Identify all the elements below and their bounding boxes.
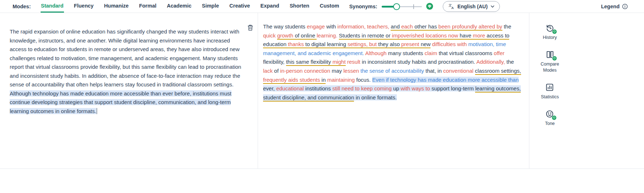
translate-icon: 文 A: [448, 3, 455, 10]
paraphrase-word-segment[interactable]: information, teachers,: [337, 23, 389, 30]
paraphrase-word-segment[interactable]: and: [391, 23, 401, 31]
paraphrase-word-segment[interactable]: that, in: [424, 68, 443, 74]
sidebar-item-label: Tone: [545, 121, 555, 126]
paraphrase-word-segment[interactable]: lessen: [344, 68, 359, 74]
paraphrase-word-segment[interactable]: the: [502, 23, 511, 30]
paraphrase-word-segment[interactable]: ever,: [263, 85, 276, 91]
mode-tab-fluency[interactable]: Fluency: [74, 0, 94, 13]
paraphrase-word-segment[interactable]: of: [273, 68, 280, 74]
premium-gem-icon: [552, 56, 557, 61]
mode-tab-formal[interactable]: Formal: [139, 0, 157, 13]
output-panel: The way students engage with information…: [258, 13, 529, 169]
paraphrase-word-segment[interactable]: to digital learning: [304, 41, 348, 48]
info-icon[interactable]: [622, 4, 628, 9]
paraphrase-word-segment[interactable]: The way students: [263, 23, 307, 30]
paraphrase-word-segment[interactable]: Even if technology has made education mo…: [372, 77, 519, 83]
paraphrase-word-segment[interactable]: maintaining: [327, 77, 355, 83]
mode-tab-academic[interactable]: Academic: [166, 0, 192, 13]
paraphrase-word-segment[interactable]: settings, but: [348, 41, 377, 48]
legend-control[interactable]: Legend: [601, 4, 628, 9]
right-rail: History Compare Modes: [529, 13, 644, 169]
paraphrase-word-segment[interactable]: conventional: [443, 68, 473, 74]
premium-gem-icon: [426, 3, 433, 10]
paraphrase-word-segment[interactable]: present: [401, 41, 419, 48]
paraphrase-word-segment[interactable]: Additionally,: [476, 59, 505, 65]
sidebar-item-compare-modes[interactable]: Compare Modes: [534, 50, 565, 73]
legend-label: Legend: [601, 4, 620, 9]
sidebar-item-history[interactable]: History: [543, 23, 557, 40]
mode-tab-simple[interactable]: Simple: [202, 0, 220, 13]
mode-tab-humanize[interactable]: Humanize: [104, 0, 129, 13]
text-cursor: [97, 108, 97, 114]
modes-nav: StandardFluencyHumanizeFormalAcademicSim…: [41, 0, 340, 13]
paraphrase-word-segment[interactable]: [473, 68, 475, 74]
paraphrase-word-segment[interactable]: impoverished locations now: [392, 32, 458, 40]
synonyms-label: Synonyms:: [349, 4, 377, 9]
paraphrase-word-segment[interactable]: engage: [307, 23, 325, 30]
paraphrase-word-segment[interactable]: with ways to: [401, 85, 430, 91]
paraphrase-word-segment[interactable]: growth: [277, 32, 293, 40]
paraphrase-word-segment[interactable]: classroom settings,: [475, 68, 521, 75]
paraphrase-word-segment[interactable]: new: [419, 41, 431, 48]
paraphrase-word-segment[interactable]: many students: [387, 50, 425, 56]
sidebar-item-label: History: [543, 35, 557, 40]
svg-text:A: A: [451, 6, 454, 10]
paraphrase-word-segment[interactable]: support long-term: [430, 85, 475, 91]
paraphrase-word-segment[interactable]: more: [473, 32, 485, 40]
paraphrase-word-segment[interactable]: been profoundly altered by: [438, 23, 502, 31]
paraphrase-word-segment[interactable]: other has: [413, 23, 438, 31]
paraphrase-word-segment[interactable]: with: [325, 23, 337, 30]
paraphrase-word-segment[interactable]: in online formats.: [354, 94, 396, 100]
toolbar: Modes: StandardFluencyHumanizeFormalAcad…: [0, 0, 644, 13]
paraphrase-word-segment[interactable]: that virtual classrooms: [437, 50, 494, 56]
paraphrase-word-segment[interactable]: institutions: [304, 85, 332, 91]
paraphrase-word-segment[interactable]: educational: [276, 85, 304, 91]
mode-tab-standard[interactable]: Standard: [41, 0, 64, 13]
clear-input-button[interactable]: [247, 24, 254, 32]
paraphrase-word-segment[interactable]: flexibility,: [263, 59, 286, 65]
language-selector[interactable]: 文 A English (AU): [443, 1, 500, 12]
paraphrase-word-segment[interactable]: the sense of accountability: [360, 68, 424, 74]
mode-tab-shorten[interactable]: Shorten: [289, 0, 310, 13]
paraphrase-word-segment[interactable]: this same flexibility: [286, 59, 332, 66]
synonyms-slider[interactable]: [382, 3, 422, 10]
paraphrase-word-segment[interactable]: frequently aids students: [263, 77, 320, 84]
paraphrase-word-segment[interactable]: still need to keep coming: [332, 85, 392, 91]
paraphrase-word-segment[interactable]: may: [330, 68, 344, 74]
paraphrase-word-segment[interactable]: offer: [494, 50, 505, 56]
premium-gem-icon: [552, 29, 557, 34]
paraphrase-word-segment[interactable]: quick: [263, 32, 277, 39]
mode-tab-creative[interactable]: Creative: [229, 0, 250, 13]
paraphrase-word-segment[interactable]: they also: [377, 41, 401, 48]
modes-label: Modes:: [13, 4, 31, 9]
paraphrase-word-segment[interactable]: up: [392, 85, 401, 91]
paraphrase-word-segment[interactable]: in inconsistent study habits and procras…: [360, 59, 477, 65]
paraphrase-word-segment[interactable]: lack: [263, 68, 273, 74]
paraphrase-word-segment[interactable]: result: [346, 59, 360, 65]
paraphrase-word-segment[interactable]: thanks: [288, 41, 304, 48]
paraphrase-word-segment[interactable]: difficulties with: [432, 41, 466, 47]
source-text-segment: The rapid expansion of online education …: [10, 28, 241, 87]
synonyms-slider-tick: [413, 4, 414, 9]
paraphrase-word-segment[interactable]: learning.: [317, 32, 337, 39]
paraphrase-word-segment[interactable]: each: [401, 23, 413, 31]
paraphrase-word-segment[interactable]: the: [505, 59, 514, 65]
input-panel: The rapid expansion of online education …: [0, 13, 258, 169]
paraphrase-word-segment[interactable]: Although: [365, 50, 386, 56]
sidebar-item-label: Statistics: [541, 94, 559, 100]
paraphrase-word-segment[interactable]: claim: [424, 50, 437, 56]
sidebar-item-statistics[interactable]: Statistics: [541, 82, 559, 100]
paraphrase-word-segment[interactable]: Students in remote or: [339, 32, 392, 40]
paraphrase-word-segment[interactable]: focus.: [355, 77, 372, 83]
paraphrase-word-segment[interactable]: of online: [293, 32, 317, 40]
paraphrase-word-segment[interactable]: in-person connection: [280, 68, 330, 74]
chevron-down-icon: [491, 5, 494, 8]
paraphrase-word-segment[interactable]: might: [332, 59, 346, 66]
paraphrase-word-segment[interactable]: have: [458, 32, 473, 40]
synonyms-slider-handle[interactable]: [393, 3, 400, 10]
mode-tab-expand[interactable]: Expand: [260, 0, 280, 13]
sidebar-item-tone[interactable]: Tone: [545, 109, 555, 126]
mode-tab-custom[interactable]: Custom: [319, 0, 340, 13]
source-text[interactable]: The rapid expansion of online education …: [10, 27, 247, 116]
paraphrase-word-segment[interactable]: in: [320, 77, 326, 84]
